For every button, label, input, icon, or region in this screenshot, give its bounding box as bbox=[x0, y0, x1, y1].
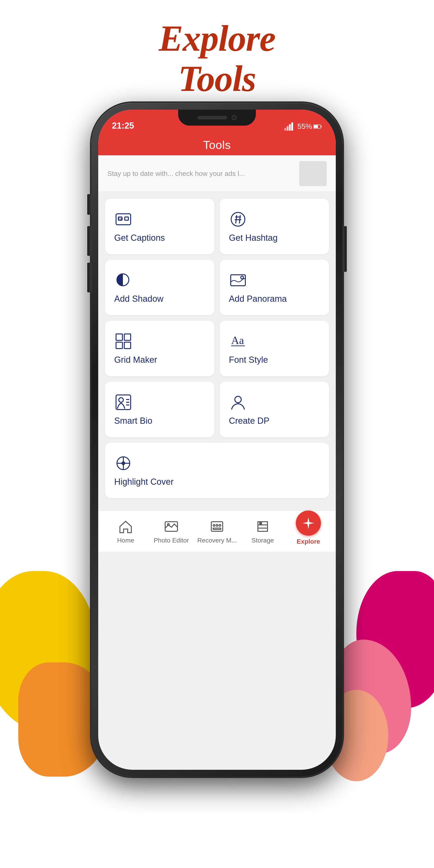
photo-editor-icon bbox=[163, 519, 179, 534]
nav-home[interactable]: Home bbox=[103, 519, 149, 544]
svg-rect-0 bbox=[284, 128, 286, 131]
tool-grid-maker-label: Grid Maker bbox=[114, 355, 157, 365]
svg-rect-1 bbox=[287, 126, 288, 131]
svg-rect-20 bbox=[124, 334, 131, 340]
tool-add-shadow-label: Add Shadow bbox=[114, 294, 163, 304]
tool-grid-maker[interactable]: Grid Maker bbox=[105, 321, 214, 376]
grid-icon bbox=[114, 332, 132, 350]
phone-screen: 21:25 55% bbox=[98, 110, 336, 770]
ad-image bbox=[299, 161, 327, 186]
title-line2: Tools bbox=[178, 58, 256, 99]
svg-rect-41 bbox=[213, 528, 221, 529]
tool-highlight-cover[interactable]: Highlight Cover bbox=[105, 443, 329, 498]
svg-rect-9 bbox=[125, 217, 128, 220]
tool-font-style-label: Font Style bbox=[229, 355, 268, 365]
nav-explore[interactable]: Explore bbox=[285, 517, 331, 545]
signal-icon bbox=[284, 122, 294, 131]
svg-point-30 bbox=[235, 396, 241, 403]
svg-rect-19 bbox=[116, 334, 122, 340]
battery-icon bbox=[313, 124, 322, 129]
svg-point-26 bbox=[119, 398, 123, 402]
tool-create-dp[interactable]: Create DP bbox=[220, 382, 329, 437]
status-icons: 55% bbox=[284, 122, 322, 131]
panorama-icon bbox=[229, 271, 247, 289]
svg-point-38 bbox=[213, 524, 215, 526]
tools-grid-row2: Add Shadow Add Panorama bbox=[105, 260, 329, 315]
hashtag-icon bbox=[229, 210, 247, 228]
dp-icon bbox=[229, 393, 247, 411]
tool-get-captions-label: Get Captions bbox=[114, 233, 165, 243]
svg-rect-22 bbox=[124, 342, 131, 348]
ad-banner-text: Stay up to date with... check how your a… bbox=[107, 170, 294, 178]
tool-font-style[interactable]: Aa Font Style bbox=[220, 321, 329, 376]
ad-banner[interactable]: Stay up to date with... check how your a… bbox=[98, 155, 336, 192]
recovery-icon bbox=[209, 519, 225, 534]
phone-button-volume-up bbox=[87, 226, 91, 256]
svg-point-40 bbox=[219, 524, 221, 526]
status-battery: 55% bbox=[298, 122, 322, 131]
phone-frame: 21:25 55% bbox=[91, 103, 343, 777]
bottom-navigation: Home Photo Editor bbox=[98, 510, 336, 552]
phone-button-power bbox=[343, 226, 347, 272]
phone-button-mute bbox=[87, 194, 91, 215]
nav-recovery-label: Recovery M... bbox=[197, 537, 237, 544]
svg-line-14 bbox=[236, 215, 237, 223]
page-title: Explore Tools bbox=[0, 18, 434, 99]
app-header-title: Tools bbox=[203, 138, 231, 152]
storage-icon bbox=[255, 519, 271, 534]
svg-line-15 bbox=[239, 215, 240, 223]
phone-mockup: 21:25 55% bbox=[91, 103, 343, 777]
tool-add-panorama[interactable]: Add Panorama bbox=[220, 260, 329, 315]
tool-smart-bio-label: Smart Bio bbox=[114, 416, 152, 426]
phone-notch bbox=[178, 110, 256, 126]
svg-point-18 bbox=[241, 276, 244, 279]
svg-point-39 bbox=[216, 524, 218, 526]
home-icon bbox=[118, 519, 134, 534]
bio-icon bbox=[114, 393, 132, 411]
tool-add-panorama-label: Add Panorama bbox=[229, 294, 287, 304]
tool-get-hashtag[interactable]: Get Hashtag bbox=[220, 199, 329, 254]
shadow-icon bbox=[114, 271, 132, 289]
explore-compass-icon bbox=[302, 516, 315, 530]
tool-get-captions[interactable]: CC Get Captions bbox=[105, 199, 214, 254]
svg-text:CC: CC bbox=[118, 217, 123, 221]
tools-grid-row1: CC Get Captions bbox=[105, 199, 329, 254]
highlight-icon bbox=[114, 454, 132, 472]
notch-speaker bbox=[197, 116, 227, 120]
tool-get-hashtag-label: Get Hashtag bbox=[229, 233, 278, 243]
title-line1: Explore bbox=[159, 18, 275, 59]
nav-photo-editor[interactable]: Photo Editor bbox=[149, 519, 194, 544]
nav-recovery[interactable]: Recovery M... bbox=[194, 519, 240, 544]
font-icon: Aa bbox=[229, 332, 247, 350]
phone-button-volume-down bbox=[87, 263, 91, 292]
tool-highlight-cover-label: Highlight Cover bbox=[114, 477, 174, 487]
svg-rect-3 bbox=[291, 122, 293, 131]
notch-camera bbox=[231, 115, 237, 120]
tools-grid-row3: Grid Maker Aa Font Style bbox=[105, 321, 329, 376]
status-bar: 21:25 55% bbox=[98, 110, 336, 135]
svg-rect-42 bbox=[260, 523, 261, 524]
svg-rect-6 bbox=[314, 125, 318, 128]
tool-create-dp-label: Create DP bbox=[229, 416, 269, 426]
captions-icon: CC bbox=[114, 210, 132, 228]
tool-add-shadow[interactable]: Add Shadow bbox=[105, 260, 214, 315]
nav-storage[interactable]: Storage bbox=[240, 519, 285, 544]
tools-grid-row4: Smart Bio Create DP bbox=[105, 382, 329, 437]
explore-fab[interactable] bbox=[296, 510, 321, 536]
tools-content: CC Get Captions bbox=[98, 192, 336, 510]
svg-rect-5 bbox=[321, 126, 321, 127]
tool-smart-bio[interactable]: Smart Bio bbox=[105, 382, 214, 437]
svg-text:Aa: Aa bbox=[231, 334, 244, 346]
nav-home-label: Home bbox=[117, 537, 134, 544]
nav-photo-editor-label: Photo Editor bbox=[154, 537, 189, 544]
nav-storage-label: Storage bbox=[251, 537, 274, 544]
svg-rect-2 bbox=[289, 124, 291, 131]
svg-rect-21 bbox=[116, 342, 122, 348]
app-header: Tools bbox=[98, 135, 336, 155]
nav-explore-label: Explore bbox=[297, 538, 320, 545]
